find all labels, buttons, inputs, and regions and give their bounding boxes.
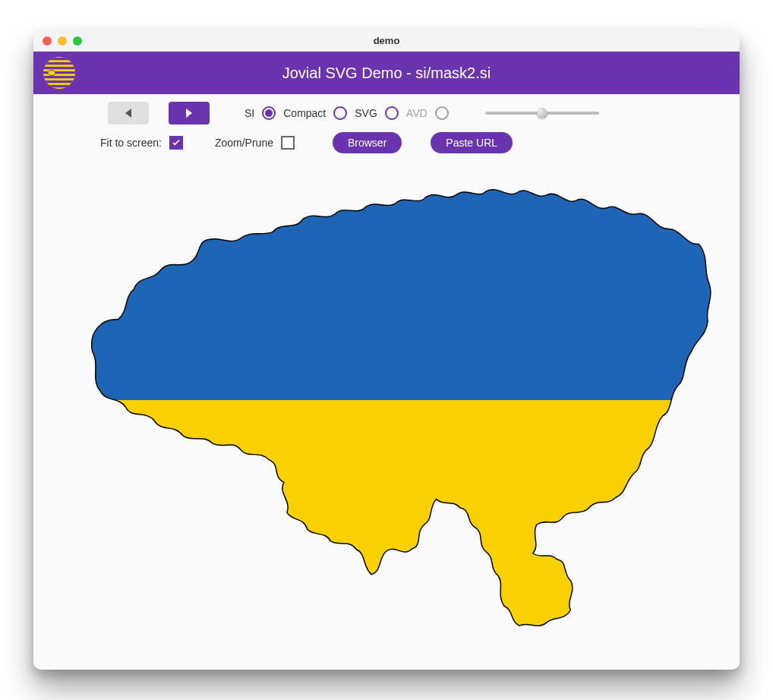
row-nav-format: SI Compact SVG AVD [49,102,724,125]
checkmark-icon [171,137,181,148]
zoom-slider[interactable] [485,106,599,121]
format-option-label-compact: Compact [283,107,326,119]
slider-thumb[interactable] [537,108,547,118]
chevron-right-icon [186,109,192,118]
logo-icon [43,56,76,90]
controls: SI Compact SVG AVD Fit to screen: Zoom/P… [33,94,740,166]
minimize-icon[interactable] [58,36,67,46]
flag-bottom [47,400,726,653]
format-radio-svg[interactable] [385,106,399,120]
paste-url-button[interactable]: Paste URL [431,132,513,153]
format-option-label-avd: AVD [406,107,428,119]
slider-track [485,112,599,115]
svg-rect-4 [43,62,76,65]
svg-rect-5 [43,67,76,69]
format-radio-avd [435,106,449,120]
svg-rect-3 [43,58,76,60]
traffic-lights [33,36,82,46]
row-toggles-actions: Fit to screen: Zoom/Prune Browser Paste … [49,132,724,153]
close-icon[interactable] [43,36,52,46]
flag-top [47,170,726,400]
appbar-title: Jovial SVG Demo - si/mask2.si [33,65,740,82]
browser-button[interactable]: Browser [333,132,402,153]
window-title: demo [33,35,740,46]
fit-to-screen-label: Fit to screen: [100,137,162,149]
preview-canvas [33,166,740,670]
svg-rect-8 [43,80,76,83]
next-button[interactable] [169,102,210,125]
svg-rect-9 [43,85,76,87]
format-radio-si[interactable] [262,106,276,120]
svg-rect-7 [43,76,76,78]
format-option-label-svg: SVG [355,107,377,119]
ukraine-map [47,169,726,654]
window: demo Jov [33,30,740,670]
appbar: Jovial SVG Demo - si/mask2.si [33,52,740,94]
titlebar: demo [33,30,740,52]
zoom-icon[interactable] [73,36,82,46]
fit-to-screen-checkbox[interactable] [169,136,183,150]
chevron-left-icon [125,109,131,118]
prev-button [108,102,149,125]
svg-point-10 [48,71,55,76]
format-option-label-si: SI [245,107,254,119]
format-radio-compact[interactable] [333,106,347,120]
zoom-prune-label: Zoom/Prune [215,137,273,149]
zoom-prune-checkbox[interactable] [281,136,295,150]
